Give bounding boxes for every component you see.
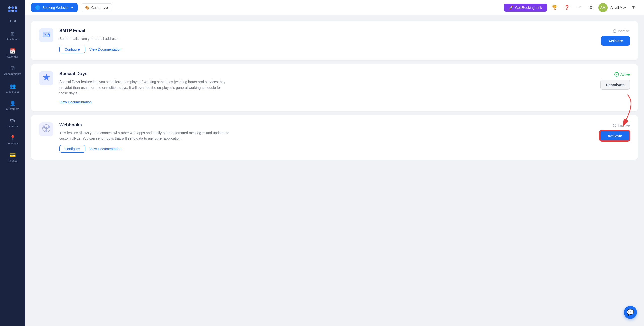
booking-website-label: Booking Website — [42, 6, 69, 10]
dashboard-icon: ⊞ — [11, 31, 15, 37]
employees-icon: 👥 — [10, 83, 16, 89]
features-content: SMTP Email Send emails from your email a… — [25, 15, 644, 326]
trophy-icon: 🏆 — [552, 5, 557, 10]
customize-label: Customize — [91, 6, 108, 10]
special-days-description: Special Days feature lets you set differ… — [59, 79, 230, 96]
sidebar-item-label: Customers — [6, 107, 19, 111]
chat-button[interactable]: 💬 — [624, 306, 637, 319]
special-days-actions: View Documentation — [59, 100, 589, 104]
svg-point-6 — [45, 127, 48, 130]
smtp-status-label: Inactive — [618, 29, 630, 33]
sidebar-item-calendar[interactable]: 📅 Calendar — [0, 45, 25, 61]
smtp-status-area: Inactive Activate — [595, 28, 630, 46]
webhooks-card: Webhooks This feature allows you to conn… — [31, 115, 638, 160]
activity-button[interactable]: 〰 — [574, 3, 583, 12]
special-days-status: ✓ Active — [614, 72, 630, 77]
special-days-body: Special Days Special Days feature lets y… — [59, 71, 589, 104]
sidebar-logo — [7, 3, 19, 15]
get-booking-link-button[interactable]: 🚀 Get Booking Link — [504, 4, 547, 12]
webhooks-status: Inactive — [613, 123, 630, 127]
svg-rect-3 — [47, 35, 49, 36]
inactive-dot — [613, 29, 616, 33]
calendar-icon: 📅 — [10, 48, 16, 54]
trophy-button[interactable]: 🏆 — [550, 3, 559, 12]
user-menu-button[interactable]: ▼ — [629, 3, 638, 12]
topbar: 🌐 Booking Website ▼ 🎨 Customize 🚀 Get Bo… — [25, 0, 644, 15]
special-days-card: Special Days Special Days feature lets y… — [31, 64, 638, 111]
sidebar-item-customers[interactable]: 👤 Customers — [0, 97, 25, 114]
webhooks-view-docs-button[interactable]: View Documentation — [89, 147, 122, 151]
sidebar: ▶◀ ⊞ Dashboard 📅 Calendar ☑ Appointments… — [0, 0, 25, 326]
sidebar-item-services[interactable]: 🛍 Services — [0, 115, 25, 131]
sidebar-item-label: Locations — [7, 142, 18, 145]
smtp-icon-wrap — [39, 28, 53, 42]
svg-marker-4 — [43, 74, 50, 81]
special-days-title: Special Days — [59, 71, 589, 76]
sidebar-item-finance[interactable]: 💳 Finance — [0, 149, 25, 166]
smtp-title: SMTP Email — [59, 28, 589, 33]
sidebar-item-label: Calendar — [7, 55, 18, 58]
smtp-status: Inactive — [613, 29, 630, 33]
finance-icon: 💳 — [10, 152, 16, 158]
sidebar-expand[interactable]: ▶◀ — [10, 19, 16, 23]
webhooks-icon-wrap — [39, 122, 53, 136]
logo-dot — [11, 10, 14, 12]
smtp-activate-button[interactable]: Activate — [601, 36, 630, 46]
sidebar-item-locations[interactable]: 📍 Locations — [0, 132, 25, 148]
smtp-icon — [42, 30, 50, 40]
webhooks-status-label: Inactive — [618, 123, 630, 127]
settings-button[interactable]: ⚙ — [586, 3, 595, 12]
user-name: Andrii Mav — [611, 6, 626, 9]
special-days-deactivate-button[interactable]: Deactivate — [600, 80, 630, 90]
customize-icon: 🎨 — [85, 6, 89, 10]
help-icon: ❓ — [564, 5, 570, 10]
user-initials: AM — [600, 6, 605, 9]
special-days-icon — [42, 73, 51, 84]
globe-icon: 🌐 — [35, 5, 40, 10]
smtp-description: Send emails from your email address. — [59, 36, 230, 42]
rocket-icon: 🚀 — [509, 6, 513, 10]
webhooks-activate-button[interactable]: Activate — [600, 130, 630, 141]
special-days-status-label: Active — [620, 72, 630, 76]
logo-dot — [11, 6, 14, 9]
chevron-down-icon: ▼ — [71, 6, 74, 9]
special-days-view-docs-button[interactable]: View Documentation — [59, 100, 92, 104]
help-button[interactable]: ❓ — [562, 3, 571, 12]
gear-icon: ⚙ — [589, 5, 593, 10]
logo-dot — [8, 10, 11, 12]
logo-dot — [15, 6, 17, 9]
sidebar-item-label: Appointments — [4, 72, 21, 76]
smtp-actions: Configure View Documentation — [59, 46, 589, 53]
main-area: 🌐 Booking Website ▼ 🎨 Customize 🚀 Get Bo… — [25, 0, 644, 326]
sidebar-item-label: Finance — [8, 159, 17, 162]
inactive-dot — [613, 124, 616, 127]
booking-website-button[interactable]: 🌐 Booking Website ▼ — [31, 3, 78, 12]
webhooks-configure-button[interactable]: Configure — [59, 145, 85, 153]
smtp-body: SMTP Email Send emails from your email a… — [59, 28, 589, 53]
activity-icon: 〰 — [577, 5, 581, 10]
special-days-icon-wrap — [39, 71, 53, 85]
webhooks-title: Webhooks — [59, 122, 589, 128]
customers-icon: 👤 — [10, 100, 16, 106]
webhooks-icon — [42, 124, 51, 135]
sidebar-item-label: Dashboard — [6, 38, 19, 41]
active-check: ✓ — [614, 72, 619, 77]
smtp-view-docs-button[interactable]: View Documentation — [89, 47, 122, 51]
avatar[interactable]: AM — [598, 3, 608, 12]
customize-button[interactable]: 🎨 Customize — [81, 3, 112, 12]
get-booking-label: Get Booking Link — [515, 6, 542, 10]
webhooks-description: This feature allows you to connect with … — [59, 130, 230, 141]
locations-icon: 📍 — [10, 135, 16, 141]
sidebar-item-appointments[interactable]: ☑ Appointments — [0, 62, 25, 79]
logo-dot — [15, 10, 17, 12]
sidebar-item-dashboard[interactable]: ⊞ Dashboard — [0, 28, 25, 44]
logo-dot — [8, 6, 11, 9]
sidebar-item-label: Employees — [6, 90, 19, 93]
smtp-email-card: SMTP Email Send emails from your email a… — [31, 21, 638, 60]
smtp-configure-button[interactable]: Configure — [59, 46, 85, 53]
special-days-status-area: ✓ Active Deactivate — [595, 71, 630, 90]
svg-rect-2 — [47, 34, 48, 35]
webhooks-body: Webhooks This feature allows you to conn… — [59, 122, 589, 153]
webhooks-status-area: Inactive Activate — [595, 122, 630, 141]
sidebar-item-employees[interactable]: 👥 Employees — [0, 80, 25, 96]
